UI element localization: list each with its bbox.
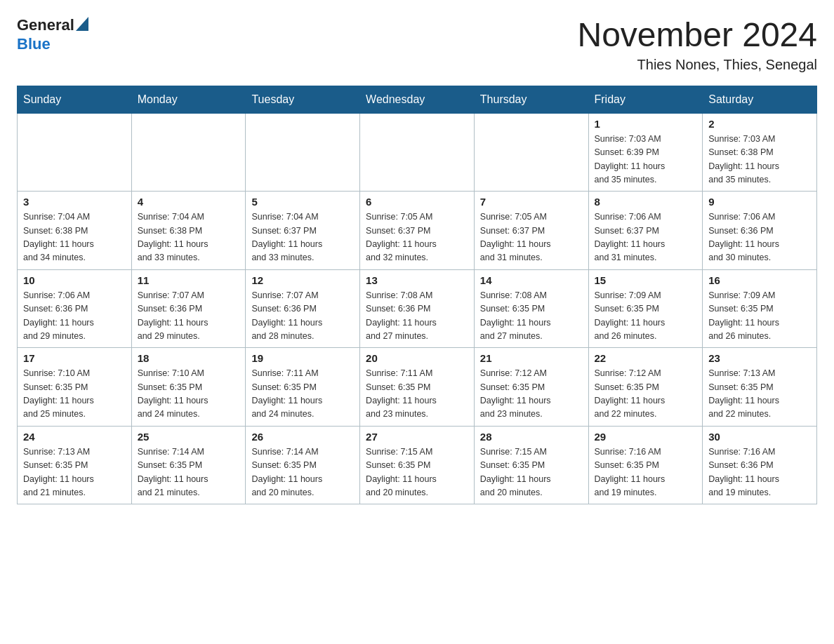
day-number: 9 (708, 196, 811, 208)
calendar-week-row: 3Sunrise: 7:04 AMSunset: 6:38 PMDaylight… (18, 192, 817, 270)
day-number: 16 (708, 274, 811, 286)
day-number: 30 (708, 431, 811, 443)
day-number: 5 (251, 196, 354, 208)
day-info: Sunrise: 7:12 AMSunset: 6:35 PMDaylight:… (595, 367, 697, 422)
weekday-header-saturday: Saturday (703, 86, 817, 113)
day-number: 1 (595, 118, 697, 130)
day-number: 7 (480, 196, 583, 208)
day-number: 20 (366, 352, 468, 364)
day-info: Sunrise: 7:09 AMSunset: 6:35 PMDaylight:… (595, 289, 697, 344)
calendar-cell: 23Sunrise: 7:13 AMSunset: 6:35 PMDayligh… (703, 348, 817, 427)
weekday-header-tuesday: Tuesday (246, 86, 360, 113)
page-header: General Blue November 2024 Thies Nones, … (17, 17, 817, 73)
day-number: 21 (480, 352, 583, 364)
title-block: November 2024 Thies Nones, Thies, Senega… (577, 17, 817, 73)
calendar-week-row: 17Sunrise: 7:10 AMSunset: 6:35 PMDayligh… (18, 348, 817, 427)
weekday-header-thursday: Thursday (474, 86, 588, 113)
day-info: Sunrise: 7:15 AMSunset: 6:35 PMDaylight:… (366, 445, 468, 500)
calendar-cell: 9Sunrise: 7:06 AMSunset: 6:36 PMDaylight… (703, 192, 817, 270)
calendar-cell: 7Sunrise: 7:05 AMSunset: 6:37 PMDaylight… (474, 192, 588, 270)
location-text: Thies Nones, Thies, Senegal (577, 57, 817, 73)
logo-triangle-icon (76, 17, 88, 31)
day-number: 18 (138, 352, 240, 364)
day-number: 14 (480, 274, 583, 286)
day-number: 29 (595, 431, 697, 443)
day-info: Sunrise: 7:09 AMSunset: 6:35 PMDaylight:… (708, 289, 811, 344)
day-info: Sunrise: 7:16 AMSunset: 6:36 PMDaylight:… (708, 445, 811, 500)
day-info: Sunrise: 7:14 AMSunset: 6:35 PMDaylight:… (251, 445, 354, 500)
day-number: 13 (366, 274, 468, 286)
day-number: 25 (138, 431, 240, 443)
calendar-cell: 29Sunrise: 7:16 AMSunset: 6:35 PMDayligh… (588, 426, 703, 504)
day-number: 28 (480, 431, 583, 443)
day-info: Sunrise: 7:03 AMSunset: 6:38 PMDaylight:… (708, 133, 811, 187)
weekday-header-row: SundayMondayTuesdayWednesdayThursdayFrid… (18, 86, 817, 113)
calendar-table: SundayMondayTuesdayWednesdayThursdayFrid… (17, 86, 817, 505)
day-info: Sunrise: 7:04 AMSunset: 6:38 PMDaylight:… (23, 210, 126, 265)
calendar-cell: 16Sunrise: 7:09 AMSunset: 6:35 PMDayligh… (703, 269, 817, 348)
calendar-cell: 28Sunrise: 7:15 AMSunset: 6:35 PMDayligh… (474, 426, 588, 504)
calendar-cell: 27Sunrise: 7:15 AMSunset: 6:35 PMDayligh… (360, 426, 475, 504)
day-number: 11 (138, 274, 240, 286)
calendar-cell: 15Sunrise: 7:09 AMSunset: 6:35 PMDayligh… (588, 269, 703, 348)
day-number: 24 (23, 431, 126, 443)
day-info: Sunrise: 7:06 AMSunset: 6:36 PMDaylight:… (23, 289, 126, 344)
day-info: Sunrise: 7:11 AMSunset: 6:35 PMDaylight:… (366, 367, 468, 422)
calendar-cell: 18Sunrise: 7:10 AMSunset: 6:35 PMDayligh… (131, 348, 246, 427)
calendar-cell: 24Sunrise: 7:13 AMSunset: 6:35 PMDayligh… (18, 426, 132, 504)
calendar-cell: 11Sunrise: 7:07 AMSunset: 6:36 PMDayligh… (131, 269, 246, 348)
calendar-cell: 20Sunrise: 7:11 AMSunset: 6:35 PMDayligh… (360, 348, 475, 427)
calendar-cell: 21Sunrise: 7:12 AMSunset: 6:35 PMDayligh… (474, 348, 588, 427)
calendar-cell: 12Sunrise: 7:07 AMSunset: 6:36 PMDayligh… (246, 269, 360, 348)
calendar-cell: 22Sunrise: 7:12 AMSunset: 6:35 PMDayligh… (588, 348, 703, 427)
day-info: Sunrise: 7:05 AMSunset: 6:37 PMDaylight:… (366, 210, 468, 265)
weekday-header-friday: Friday (588, 86, 703, 113)
day-number: 17 (23, 352, 126, 364)
calendar-cell: 25Sunrise: 7:14 AMSunset: 6:35 PMDayligh… (131, 426, 246, 504)
calendar-cell: 10Sunrise: 7:06 AMSunset: 6:36 PMDayligh… (18, 269, 132, 348)
calendar-cell (18, 113, 132, 192)
day-info: Sunrise: 7:10 AMSunset: 6:35 PMDaylight:… (138, 367, 240, 422)
day-number: 12 (251, 274, 354, 286)
calendar-cell: 1Sunrise: 7:03 AMSunset: 6:39 PMDaylight… (588, 113, 703, 192)
day-info: Sunrise: 7:07 AMSunset: 6:36 PMDaylight:… (251, 289, 354, 344)
day-info: Sunrise: 7:08 AMSunset: 6:36 PMDaylight:… (366, 289, 468, 344)
calendar-week-row: 10Sunrise: 7:06 AMSunset: 6:36 PMDayligh… (18, 269, 817, 348)
day-number: 3 (23, 196, 126, 208)
calendar-week-row: 1Sunrise: 7:03 AMSunset: 6:39 PMDaylight… (18, 113, 817, 192)
weekday-header-monday: Monday (131, 86, 246, 113)
calendar-cell: 14Sunrise: 7:08 AMSunset: 6:35 PMDayligh… (474, 269, 588, 348)
day-number: 10 (23, 274, 126, 286)
logo: General Blue (17, 17, 88, 53)
calendar-cell: 3Sunrise: 7:04 AMSunset: 6:38 PMDaylight… (18, 192, 132, 270)
day-info: Sunrise: 7:06 AMSunset: 6:36 PMDaylight:… (708, 210, 811, 265)
day-number: 6 (366, 196, 468, 208)
day-number: 8 (595, 196, 697, 208)
day-info: Sunrise: 7:15 AMSunset: 6:35 PMDaylight:… (480, 445, 583, 500)
calendar-cell: 4Sunrise: 7:04 AMSunset: 6:38 PMDaylight… (131, 192, 246, 270)
calendar-cell (360, 113, 475, 192)
day-number: 19 (251, 352, 354, 364)
logo-general-text: General (17, 17, 74, 34)
calendar-cell (474, 113, 588, 192)
logo-blue-text: Blue (17, 35, 51, 53)
calendar-cell: 6Sunrise: 7:05 AMSunset: 6:37 PMDaylight… (360, 192, 475, 270)
day-info: Sunrise: 7:11 AMSunset: 6:35 PMDaylight:… (251, 367, 354, 422)
day-info: Sunrise: 7:06 AMSunset: 6:37 PMDaylight:… (595, 210, 697, 265)
calendar-cell (246, 113, 360, 192)
day-info: Sunrise: 7:13 AMSunset: 6:35 PMDaylight:… (708, 367, 811, 422)
calendar-cell: 8Sunrise: 7:06 AMSunset: 6:37 PMDaylight… (588, 192, 703, 270)
day-number: 26 (251, 431, 354, 443)
day-info: Sunrise: 7:03 AMSunset: 6:39 PMDaylight:… (595, 133, 697, 187)
svg-marker-0 (76, 17, 88, 31)
calendar-cell: 19Sunrise: 7:11 AMSunset: 6:35 PMDayligh… (246, 348, 360, 427)
day-number: 23 (708, 352, 811, 364)
day-info: Sunrise: 7:08 AMSunset: 6:35 PMDaylight:… (480, 289, 583, 344)
day-info: Sunrise: 7:07 AMSunset: 6:36 PMDaylight:… (138, 289, 240, 344)
calendar-week-row: 24Sunrise: 7:13 AMSunset: 6:35 PMDayligh… (18, 426, 817, 504)
month-title: November 2024 (577, 17, 817, 54)
day-number: 2 (708, 118, 811, 130)
calendar-cell: 17Sunrise: 7:10 AMSunset: 6:35 PMDayligh… (18, 348, 132, 427)
calendar-cell: 13Sunrise: 7:08 AMSunset: 6:36 PMDayligh… (360, 269, 475, 348)
day-info: Sunrise: 7:16 AMSunset: 6:35 PMDaylight:… (595, 445, 697, 500)
